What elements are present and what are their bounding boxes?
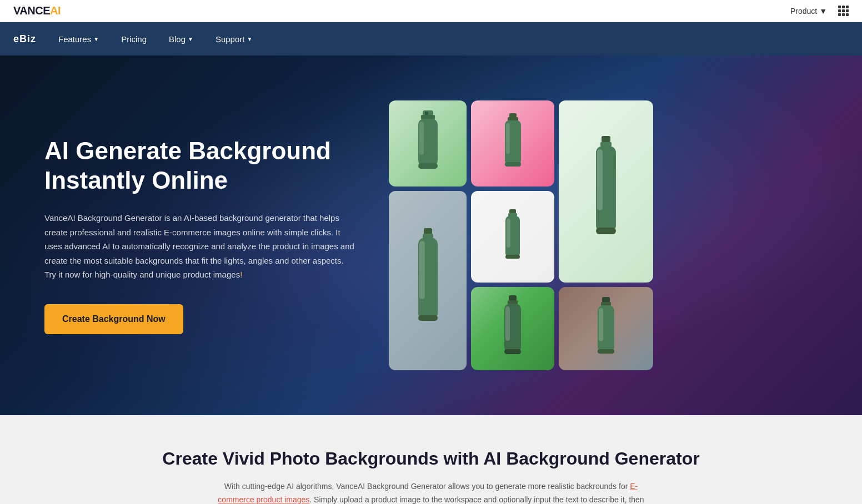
hero-title: AI Generate Background Instantly Online: [44, 137, 355, 195]
svg-rect-30: [504, 349, 521, 354]
svg-rect-26: [509, 295, 517, 301]
svg-rect-25: [505, 255, 520, 259]
section-below: Create Vivid Photo Backgrounds with AI B…: [0, 415, 862, 504]
svg-rect-6: [509, 113, 517, 118]
nav-features[interactable]: Features ▼: [58, 34, 99, 44]
svg-rect-34: [599, 308, 603, 341]
logo: VANCE AI: [13, 4, 61, 17]
hero-description: VanceAI Background Generator is an AI-ba…: [44, 211, 355, 282]
svg-rect-4: [418, 163, 438, 169]
grid-apps-icon[interactable]: [838, 6, 849, 16]
top-right-area: Product ▼: [790, 6, 849, 16]
nav-blog-label: Blog: [169, 34, 186, 44]
section-description: With cutting-edge AI algorithms, VanceAI…: [214, 480, 648, 504]
section-title: Create Vivid Photo Backgrounds with AI B…: [44, 448, 818, 469]
svg-rect-14: [597, 149, 603, 210]
svg-rect-20: [418, 315, 438, 321]
product-image-5: [471, 191, 554, 283]
svg-rect-10: [505, 162, 521, 167]
svg-rect-31: [602, 297, 610, 303]
nav-support-label: Support: [216, 34, 245, 44]
product-image-1: [389, 100, 467, 187]
highlight-char: !: [240, 270, 242, 279]
product-image-4: [389, 191, 467, 370]
nav-bar: eBiz Features ▼ Pricing Blog ▼ Support ▼: [0, 22, 862, 56]
hero-section: AI Generate Background Instantly Online …: [0, 56, 862, 415]
top-bar: VANCE AI Product ▼: [0, 0, 862, 22]
nav-features-label: Features: [58, 34, 91, 44]
product-button[interactable]: Product ▼: [790, 7, 827, 16]
svg-rect-21: [509, 209, 516, 214]
svg-rect-9: [506, 123, 510, 154]
svg-rect-5: [425, 112, 428, 115]
product-image-6: [471, 287, 554, 370]
svg-rect-7: [508, 117, 518, 121]
nav-blog-chevron-icon: ▼: [188, 36, 193, 42]
nav-features-chevron-icon: ▼: [93, 36, 99, 42]
nav-brand: eBiz: [13, 33, 36, 45]
svg-rect-32: [601, 302, 611, 306]
hero-image-grid: [389, 100, 655, 370]
nav-blog[interactable]: Blog ▼: [169, 34, 193, 44]
svg-rect-15: [596, 228, 616, 234]
nav-support[interactable]: Support ▼: [216, 34, 252, 44]
logo-vance: VANCE: [13, 4, 50, 17]
nav-pricing-label: Pricing: [121, 34, 147, 44]
svg-rect-27: [508, 300, 518, 304]
svg-rect-24: [507, 219, 510, 248]
svg-rect-29: [505, 306, 510, 341]
product-image-3: [559, 100, 653, 283]
svg-rect-16: [424, 228, 432, 234]
svg-rect-19: [419, 241, 425, 299]
svg-rect-17: [423, 234, 433, 238]
svg-rect-1: [421, 115, 435, 119]
ecommerce-link[interactable]: E-commerce product images: [218, 482, 638, 504]
product-label: Product: [790, 7, 817, 16]
nav-support-chevron-icon: ▼: [247, 36, 252, 42]
svg-rect-35: [598, 349, 614, 354]
product-chevron-icon: ▼: [819, 7, 827, 16]
svg-rect-12: [600, 142, 612, 147]
product-image-7: [559, 287, 653, 370]
svg-rect-11: [602, 136, 610, 143]
hero-content: AI Generate Background Instantly Online …: [44, 137, 355, 334]
svg-rect-3: [419, 122, 424, 155]
logo-ai: AI: [50, 4, 61, 17]
nav-pricing[interactable]: Pricing: [121, 34, 147, 44]
product-image-2: [471, 100, 554, 187]
create-background-button[interactable]: Create Background Now: [44, 304, 183, 334]
